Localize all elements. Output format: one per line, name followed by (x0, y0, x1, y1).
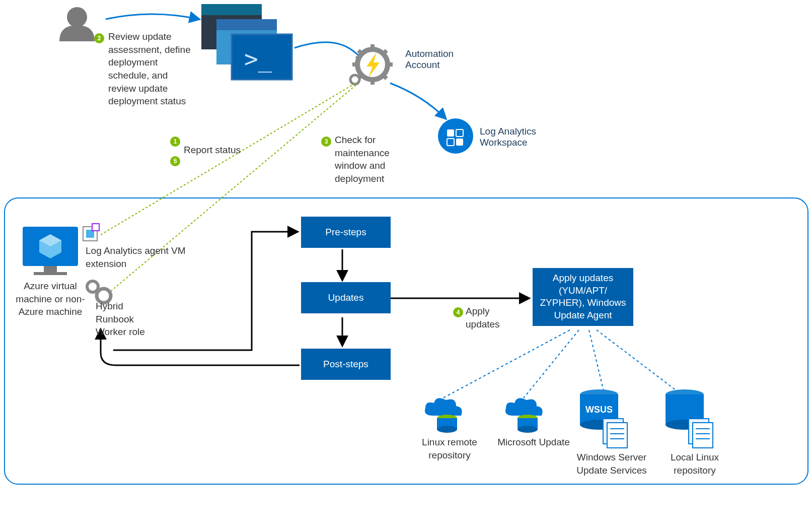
step-4-badge: 4 (453, 307, 463, 317)
svg-text:>_: >_ (244, 45, 272, 73)
machine-boundary-box (4, 197, 808, 485)
apply-updates-box: Apply updates (YUM/APT/ ZYPHER), Windows… (533, 268, 633, 326)
svg-rect-1 (201, 4, 262, 49)
step-1: 1 (170, 137, 180, 147)
step-5-badge: 5 (170, 156, 180, 166)
log-analytics-icon (438, 118, 473, 154)
post-steps-box: Post-steps (301, 349, 391, 380)
log-analytics-label: Log Analytics Workspace (480, 126, 560, 148)
ms-update-label: Microsoft Update (491, 436, 576, 449)
diagram-canvas: >_ (0, 0, 812, 532)
terminal-icon: >_ (201, 4, 292, 80)
linux-remote-label: Linux remote repository (412, 436, 487, 461)
step-1-text: Report status (184, 144, 264, 157)
updates-box: Updates (301, 282, 391, 313)
step-2-text: Review update assessment, define deploym… (108, 30, 191, 108)
svg-line-14 (358, 75, 362, 79)
local-linux-label: Local Linux repository (659, 451, 730, 477)
user-icon (59, 7, 95, 41)
svg-line-13 (383, 75, 387, 79)
svg-rect-18 (447, 129, 454, 137)
svg-rect-5 (232, 34, 292, 80)
svg-rect-19 (456, 129, 463, 137)
step-2: 2 (94, 33, 104, 43)
svg-rect-20 (447, 139, 454, 146)
svg-rect-21 (456, 139, 463, 146)
step-3-text: Check for maintenance window and deploym… (335, 134, 410, 185)
svg-rect-2 (201, 4, 262, 15)
step-2-badge: 2 (94, 33, 104, 43)
step-4: 4 (453, 307, 463, 317)
automation-label: Automation Account (405, 48, 476, 71)
svg-point-0 (67, 7, 87, 27)
svg-point-17 (438, 118, 473, 154)
automation-icon (350, 44, 393, 85)
hybrid-label: Hybrid Runbook Worker role (96, 300, 161, 339)
svg-point-7 (357, 49, 388, 80)
step-3: 3 (321, 137, 331, 147)
svg-rect-3 (216, 19, 277, 64)
wsus-label: Windows Server Update Services (566, 451, 657, 477)
svg-rect-4 (216, 19, 277, 30)
step-1-badge: 1 (170, 137, 180, 147)
step-3-badge: 3 (321, 137, 331, 147)
pre-steps-box: Pre-steps (301, 217, 391, 248)
vm-label: Azure virtual machine or non-Azure machi… (15, 280, 86, 318)
svg-line-12 (358, 50, 362, 54)
svg-line-15 (383, 50, 387, 54)
step-5: 5 (170, 156, 180, 166)
la-agent-label: Log Analytics agent VM extension (86, 244, 191, 270)
svg-point-16 (350, 75, 359, 84)
step-4-text: Apply updates (466, 305, 516, 330)
